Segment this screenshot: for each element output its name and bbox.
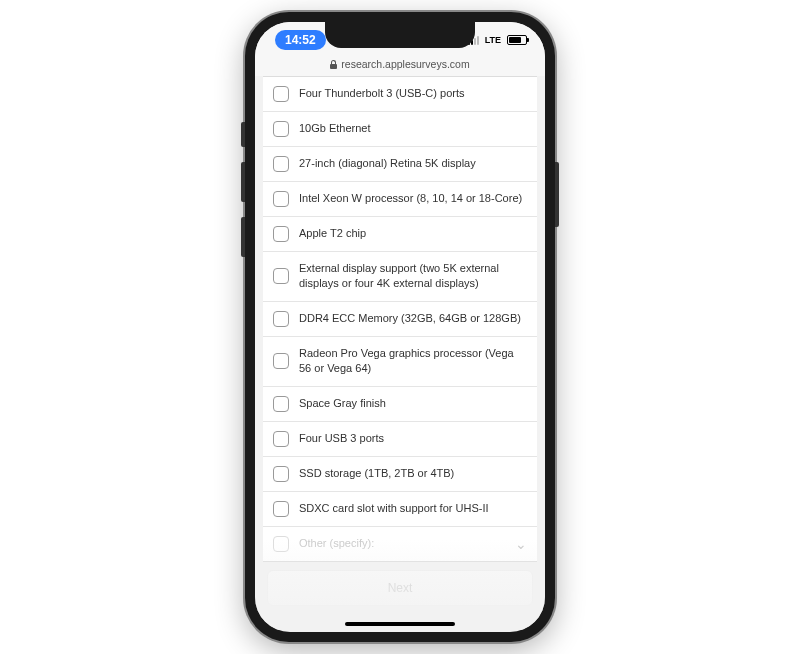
checkbox[interactable] bbox=[273, 226, 289, 242]
option-label: Radeon Pro Vega graphics processor (Vega… bbox=[299, 346, 527, 377]
next-button[interactable]: Next bbox=[267, 570, 533, 606]
option-label: 10Gb Ethernet bbox=[299, 121, 371, 136]
option-row[interactable]: 10Gb Ethernet bbox=[263, 112, 537, 147]
option-label: Other (specify): bbox=[299, 536, 374, 551]
checkbox[interactable] bbox=[273, 466, 289, 482]
option-row-other[interactable]: Other (specify): ⌄ bbox=[263, 527, 537, 561]
checkbox[interactable] bbox=[273, 86, 289, 102]
option-row[interactable]: DDR4 ECC Memory (32GB, 64GB or 128GB) bbox=[263, 302, 537, 337]
option-row[interactable]: Intel Xeon W processor (8, 10, 14 or 18-… bbox=[263, 182, 537, 217]
checkbox[interactable] bbox=[273, 353, 289, 369]
option-label: Intel Xeon W processor (8, 10, 14 or 18-… bbox=[299, 191, 522, 206]
options-list: Four Thunderbolt 3 (USB-C) ports 10Gb Et… bbox=[263, 76, 537, 562]
notch bbox=[325, 22, 475, 48]
time-pill[interactable]: 14:52 bbox=[275, 30, 326, 50]
phone-frame: 14:52 LTE research.applesurveys.com bbox=[245, 12, 555, 642]
checkbox[interactable] bbox=[273, 536, 289, 552]
checkbox[interactable] bbox=[273, 396, 289, 412]
checkbox[interactable] bbox=[273, 268, 289, 284]
phone-screen: 14:52 LTE research.applesurveys.com bbox=[255, 22, 545, 632]
power-button bbox=[555, 162, 559, 227]
option-label: Apple T2 chip bbox=[299, 226, 366, 241]
url-bar[interactable]: research.applesurveys.com bbox=[255, 58, 545, 76]
checkbox[interactable] bbox=[273, 156, 289, 172]
url-text: research.applesurveys.com bbox=[341, 58, 469, 70]
lock-icon bbox=[330, 60, 337, 69]
home-indicator[interactable] bbox=[345, 622, 455, 626]
option-label: Four Thunderbolt 3 (USB-C) ports bbox=[299, 86, 464, 101]
option-row[interactable]: Space Gray finish bbox=[263, 387, 537, 422]
battery-icon bbox=[507, 35, 527, 45]
option-row[interactable]: Apple T2 chip bbox=[263, 217, 537, 252]
checkbox[interactable] bbox=[273, 191, 289, 207]
option-label: 27-inch (diagonal) Retina 5K display bbox=[299, 156, 476, 171]
option-row[interactable]: SSD storage (1TB, 2TB or 4TB) bbox=[263, 457, 537, 492]
option-label: Four USB 3 ports bbox=[299, 431, 384, 446]
network-label: LTE bbox=[485, 35, 501, 45]
option-label: SDXC card slot with support for UHS-II bbox=[299, 501, 489, 516]
page-content[interactable]: Four Thunderbolt 3 (USB-C) ports 10Gb Et… bbox=[255, 76, 545, 630]
option-row[interactable]: Radeon Pro Vega graphics processor (Vega… bbox=[263, 337, 537, 387]
chevron-down-icon: ⌄ bbox=[515, 536, 527, 552]
option-label: Space Gray finish bbox=[299, 396, 386, 411]
option-row[interactable]: 27-inch (diagonal) Retina 5K display bbox=[263, 147, 537, 182]
option-row[interactable]: SDXC card slot with support for UHS-II bbox=[263, 492, 537, 527]
checkbox[interactable] bbox=[273, 311, 289, 327]
option-row[interactable]: Four USB 3 ports bbox=[263, 422, 537, 457]
volume-down-button bbox=[241, 217, 245, 257]
mute-switch bbox=[241, 122, 245, 147]
option-row[interactable]: External display support (two 5K externa… bbox=[263, 252, 537, 302]
volume-up-button bbox=[241, 162, 245, 202]
checkbox[interactable] bbox=[273, 431, 289, 447]
option-row[interactable]: Four Thunderbolt 3 (USB-C) ports bbox=[263, 77, 537, 112]
option-label: SSD storage (1TB, 2TB or 4TB) bbox=[299, 466, 454, 481]
option-label: DDR4 ECC Memory (32GB, 64GB or 128GB) bbox=[299, 311, 521, 326]
checkbox[interactable] bbox=[273, 121, 289, 137]
checkbox[interactable] bbox=[273, 501, 289, 517]
option-label: External display support (two 5K externa… bbox=[299, 261, 527, 292]
